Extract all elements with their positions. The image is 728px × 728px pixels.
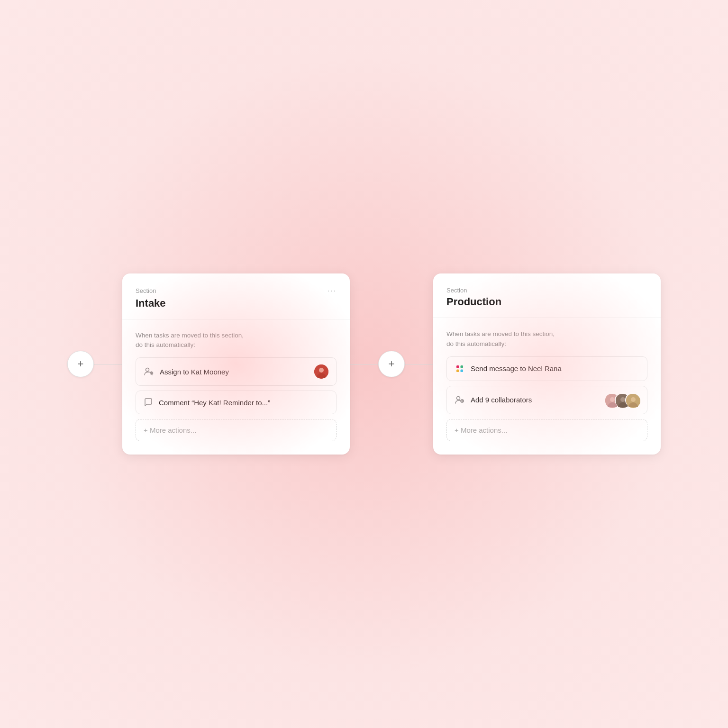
- card-production-header: Section Production: [433, 273, 661, 318]
- collaborators-icon: [455, 395, 465, 405]
- comment-icon: [144, 398, 153, 407]
- svg-rect-4: [456, 365, 459, 368]
- card-intake: Section ··· Intake When tasks are moved …: [122, 273, 350, 455]
- svg-point-3: [319, 368, 324, 373]
- more-actions-label-production: + More actions...: [455, 426, 507, 434]
- cards-container: + Section ··· Intake When tasks are move…: [67, 273, 661, 455]
- slack-icon: [455, 364, 465, 374]
- card-title-production: Production: [446, 296, 647, 308]
- description-production: When tasks are moved to this section, do…: [446, 329, 647, 349]
- slack-action-text: Send message to Neel Rana: [471, 364, 639, 373]
- more-actions-production[interactable]: + More actions...: [446, 419, 647, 441]
- svg-point-13: [620, 397, 625, 402]
- connector-line-middle-right: [405, 364, 433, 364]
- card-intake-header: Section ··· Intake: [122, 273, 350, 319]
- svg-point-15: [631, 397, 636, 402]
- add-button-middle[interactable]: +: [378, 351, 405, 377]
- add-button-left[interactable]: +: [67, 351, 94, 377]
- action-comment[interactable]: Comment “Hey Kat! Reminder to...”: [136, 391, 337, 414]
- more-actions-label-intake: + More actions...: [144, 426, 196, 434]
- svg-point-11: [610, 397, 615, 402]
- avatar-collaborator-3: [625, 393, 639, 407]
- svg-rect-6: [461, 365, 464, 368]
- card-production: Section Production When tasks are moved …: [433, 273, 661, 455]
- description-intake: When tasks are moved to this section, do…: [136, 331, 337, 350]
- svg-rect-7: [461, 369, 464, 372]
- more-actions-intake[interactable]: + More actions...: [136, 419, 337, 441]
- card-body-intake: When tasks are moved to this section, do…: [122, 319, 350, 455]
- action-slack[interactable]: Send message to Neel Rana: [446, 356, 647, 381]
- connector-line-middle-left: [350, 364, 378, 364]
- svg-point-8: [457, 396, 460, 400]
- section-label-production: Section: [446, 287, 647, 294]
- connector-line-left: [94, 364, 122, 364]
- svg-point-0: [146, 368, 149, 372]
- more-options-icon-intake[interactable]: ···: [328, 287, 337, 295]
- avatar-kat: [314, 364, 328, 379]
- comment-action-text: Comment “Hey Kat! Reminder to...”: [159, 399, 328, 407]
- section-label-intake: Section ···: [136, 287, 337, 295]
- action-assign-kat[interactable]: Assign to Kat Mooney: [136, 357, 337, 386]
- avatar-group-collaborators: [604, 393, 639, 407]
- card-body-production: When tasks are moved to this section, do…: [433, 318, 661, 455]
- collaborators-action-text: Add 9 collaborators: [471, 396, 599, 404]
- card-title-intake: Intake: [136, 297, 337, 309]
- action-collaborators[interactable]: Add 9 collaborators: [446, 386, 647, 414]
- assign-icon: [144, 366, 154, 377]
- svg-rect-5: [456, 369, 459, 372]
- assign-action-text: Assign to Kat Mooney: [160, 368, 309, 376]
